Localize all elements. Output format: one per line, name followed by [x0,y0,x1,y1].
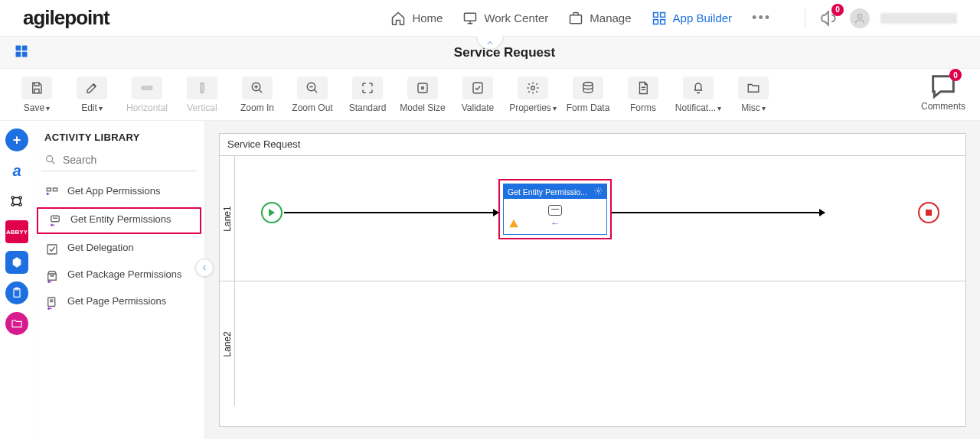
svg-rect-17 [473,83,482,93]
process-canvas[interactable]: Service Request Lane1 Get Entity Permiss… [219,133,966,427]
tool-validate[interactable]: Validate [450,75,505,113]
clipboard-icon [11,287,23,299]
start-node[interactable] [261,202,283,223]
tool-vertical[interactable]: Vertical [175,75,230,113]
tool-vertical-label: Vertical [187,102,217,113]
svg-rect-0 [465,13,476,21]
tool-misc[interactable]: Misc▾ [726,75,781,113]
nav-home-label: Home [412,11,443,24]
svg-point-26 [47,156,53,162]
rail-hex-button[interactable] [5,251,28,274]
tool-properties[interactable]: Properties▾ [505,75,560,113]
svg-point-23 [19,203,21,206]
tool-forms[interactable]: Forms [616,75,671,113]
fit-standard-icon [361,81,374,95]
tool-comments[interactable]: 0 Comments [916,75,971,112]
svg-rect-15 [418,83,427,93]
home-icon [390,11,406,26]
lane-1-body[interactable]: Get Entity Permissio... [235,156,965,281]
lib-item-label: Get App Permissions [67,185,160,197]
tool-form-data[interactable]: Form Data [560,75,616,113]
lane-1[interactable]: Lane1 Get Entity Permissio... [220,155,965,281]
rail-add-button[interactable]: + [5,128,28,151]
rail-clipboard-button[interactable] [5,281,28,304]
bell-icon [691,81,705,95]
svg-rect-7 [16,46,21,51]
connector-1[interactable] [284,212,498,213]
nav-app-builder[interactable]: App Builder [652,11,733,26]
nav-home[interactable]: Home [390,11,443,26]
logo: agilepoint [23,6,109,30]
activity-get-entity-permissions[interactable]: Get Entity Permissio... [503,184,607,235]
tool-form-data-label: Form Data [567,102,610,113]
tool-standard[interactable]: Standard [340,75,395,113]
svg-point-21 [19,197,21,199]
page-perm-icon [44,296,60,310]
lib-item-get-page-permissions[interactable]: Get Page Permissions [34,289,204,316]
rail-network-button[interactable] [5,190,28,213]
tool-save[interactable]: Save▾ [9,75,64,113]
lib-item-get-entity-permissions[interactable]: Get Entity Permissions [37,207,201,234]
announcement-button[interactable]: 0 [819,8,839,28]
activity-body: ← [504,199,606,234]
tool-notifications[interactable]: Notificat...▾ [671,75,726,113]
tool-zoom-out[interactable]: Zoom Out [285,75,340,113]
lib-item-label: Get Package Permissions [67,268,182,281]
tool-edit[interactable]: Edit▾ [64,75,119,113]
svg-rect-3 [660,12,665,17]
search-input[interactable] [41,149,197,171]
entity-perm-icon [47,214,63,228]
lane-2-body[interactable] [235,281,965,406]
apps-icon [14,44,29,59]
tool-zoom-in-label: Zoom In [240,102,274,113]
tool-edit-label: Edit [81,102,97,113]
tool-misc-label: Misc [741,102,760,113]
nav-manage[interactable]: Manage [568,11,631,26]
lane-container: Lane1 Get Entity Permissio... [220,155,965,426]
save-icon [30,81,44,95]
end-node[interactable] [918,202,939,223]
lane-1-label: Lane1 [220,156,235,281]
tool-model-size-label: Model Size [400,102,445,113]
svg-rect-27 [47,188,51,191]
apps-grid-button[interactable] [14,44,29,61]
tool-comments-label: Comments [921,101,965,112]
tool-horizontal[interactable]: Horizontal [119,75,175,113]
lib-item-get-package-permissions[interactable]: Get Package Permissions [34,262,204,289]
lib-item-get-delegation[interactable]: Get Delegation [34,236,204,262]
collapse-sidebar-button[interactable] [195,259,214,277]
monitor-icon [462,11,478,26]
svg-rect-8 [22,46,28,51]
connector-2[interactable] [612,212,825,213]
model-size-icon [416,81,430,95]
tool-horizontal-label: Horizontal [126,102,168,113]
align-horizontal-icon [140,81,154,95]
activity-highlight: Get Entity Permissio... [498,179,612,239]
avatar[interactable] [850,8,870,28]
tool-notifications-label: Notificat... [675,102,716,113]
tool-zoom-in[interactable]: Zoom In [230,75,285,113]
nav-app-builder-label: App Builder [673,11,733,24]
lib-item-get-app-permissions[interactable]: Get App Permissions [34,179,204,206]
nav-work-center[interactable]: Work Center [462,11,548,26]
database-icon [581,81,595,95]
activity-settings-button[interactable] [594,187,603,197]
svg-point-6 [858,14,861,18]
grid-icon [652,11,667,26]
page-header-row: Service Request [0,37,980,69]
tool-model-size[interactable]: Model Size [395,75,450,113]
rail-agile-button[interactable]: a [5,159,28,182]
tool-properties-label: Properties [509,102,551,113]
gear-icon [526,81,540,95]
validate-icon [471,81,485,95]
tool-forms-label: Forms [630,102,656,113]
person-icon [854,12,866,24]
rail-folder-button[interactable] [5,312,28,335]
rail-abbyy-button[interactable]: ABBYY [5,220,28,243]
main-area: + a ABBYY ACTIVITY LIBRARY Get App Pe [0,121,980,439]
svg-point-16 [422,87,424,89]
gear-small-icon [594,187,603,195]
nav-more[interactable]: ••• [752,10,771,26]
briefcase-icon [568,11,583,26]
lane-2[interactable]: Lane2 [220,281,965,406]
